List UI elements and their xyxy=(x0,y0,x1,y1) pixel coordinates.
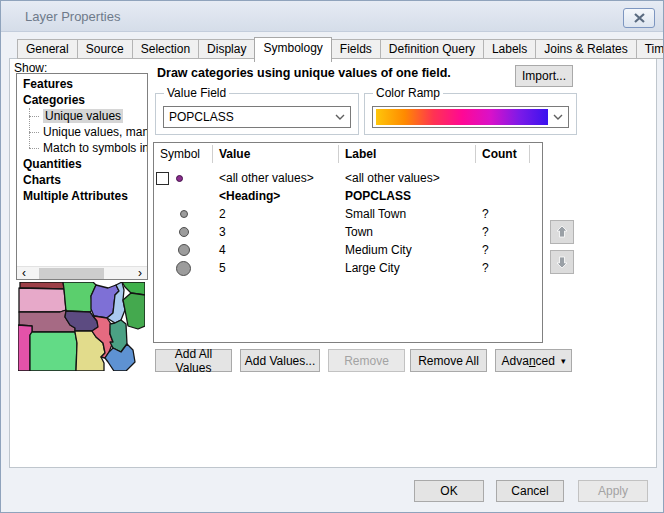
advanced-button[interactable]: Advanced ▾ xyxy=(495,349,572,372)
arrow-up-icon xyxy=(555,225,569,239)
layer-properties-dialog: Layer Properties General Source Selectio… xyxy=(0,0,664,513)
unique-values-table: Symbol Value Label Count <all other valu… xyxy=(153,142,543,343)
ok-button[interactable]: OK xyxy=(414,480,484,502)
show-list-items: Features Categories Unique values Unique… xyxy=(17,76,147,266)
map-region-kansas xyxy=(30,332,77,371)
tab-strip: General Source Selection Display Symbolo… xyxy=(17,38,664,59)
dialog-title: Layer Properties xyxy=(25,9,120,24)
color-ramp-swatch xyxy=(376,109,548,125)
column-header-count[interactable]: Count xyxy=(476,145,530,163)
import-button[interactable]: Import... xyxy=(515,65,573,87)
chevron-down-icon xyxy=(330,114,350,120)
tab-time[interactable]: Time xyxy=(637,39,664,59)
tab-symbology[interactable]: Symbology xyxy=(254,37,331,62)
chevron-down-icon xyxy=(548,114,568,120)
show-list-horizontal-scrollbar[interactable]: ‹ › xyxy=(17,266,147,279)
table-row-heading[interactable]: <Heading> POPCLASS xyxy=(154,187,542,205)
remove-all-button[interactable]: Remove All xyxy=(410,349,487,372)
show-item-quantities[interactable]: Quantities xyxy=(17,156,147,172)
purple-point-symbol-icon[interactable] xyxy=(176,175,183,182)
value-field-selected: POPCLASS xyxy=(164,110,330,124)
table-row-small-town[interactable]: 2 Small Town ? xyxy=(154,205,542,223)
show-listbox: Features Categories Unique values Unique… xyxy=(16,73,148,280)
tab-display[interactable]: Display xyxy=(199,39,255,59)
add-all-values-button[interactable]: Add All Values xyxy=(155,349,232,372)
scroll-left-icon[interactable]: ‹ xyxy=(17,267,31,280)
column-header-value[interactable]: Value xyxy=(213,145,339,163)
tab-definition-query[interactable]: Definition Query xyxy=(381,39,484,59)
scrollbar-thumb[interactable] xyxy=(39,268,104,279)
remove-button[interactable]: Remove xyxy=(328,349,405,372)
add-values-button[interactable]: Add Values... xyxy=(240,349,320,372)
categories-children: Unique values Unique values, many Match … xyxy=(17,108,147,156)
table-row-medium-city[interactable]: 4 Medium City ? xyxy=(154,241,542,259)
table-row-large-city[interactable]: 5 Large City ? xyxy=(154,259,542,277)
gray-point-symbol-icon[interactable] xyxy=(178,244,190,256)
draw-method-description: Draw categories using unique values of o… xyxy=(157,66,451,80)
arrow-down-icon xyxy=(555,255,569,269)
tab-general[interactable]: General xyxy=(17,39,78,59)
color-ramp-group: Color Ramp xyxy=(364,93,577,135)
value-field-group-label: Value Field xyxy=(164,86,229,100)
show-item-features[interactable]: Features xyxy=(17,76,147,92)
show-item-categories[interactable]: Categories xyxy=(17,92,147,108)
gray-point-symbol-icon[interactable] xyxy=(176,261,191,276)
show-item-unique-values-many[interactable]: Unique values, many xyxy=(17,124,147,140)
tab-fields[interactable]: Fields xyxy=(332,39,381,59)
tab-labels[interactable]: Labels xyxy=(484,39,536,59)
map-region-south-dakota xyxy=(19,288,66,312)
show-item-match-symbols[interactable]: Match to symbols in a xyxy=(17,140,147,156)
cancel-button[interactable]: Cancel xyxy=(496,480,564,502)
table-row-town[interactable]: 3 Town ? xyxy=(154,223,542,241)
scroll-right-icon[interactable]: › xyxy=(133,267,147,280)
close-button[interactable] xyxy=(623,8,655,28)
move-up-button[interactable] xyxy=(550,220,574,244)
show-item-multiple-attributes[interactable]: Multiple Attributes xyxy=(17,188,147,204)
tab-selection[interactable]: Selection xyxy=(133,39,199,59)
close-icon xyxy=(634,13,645,23)
column-header-symbol[interactable]: Symbol xyxy=(154,145,213,163)
tab-source[interactable]: Source xyxy=(78,39,133,59)
color-ramp-group-label: Color Ramp xyxy=(373,86,443,100)
table-header: Symbol Value Label Count xyxy=(154,143,542,165)
column-header-label[interactable]: Label xyxy=(339,145,476,163)
all-other-values-checkbox[interactable] xyxy=(156,172,169,185)
value-field-group: Value Field POPCLASS xyxy=(155,93,359,135)
dropdown-caret-icon: ▾ xyxy=(561,356,566,366)
symbology-tab-page: Show: Features Categories Unique values … xyxy=(9,58,657,468)
gray-point-symbol-icon[interactable] xyxy=(179,227,189,237)
value-field-dropdown[interactable]: POPCLASS xyxy=(163,106,351,128)
table-row-all-other-values[interactable]: <all other values> <all other values> xyxy=(154,169,542,187)
show-item-charts[interactable]: Charts xyxy=(17,172,147,188)
scrollbar-track[interactable] xyxy=(31,267,133,280)
table-rows: <all other values> <all other values> <H… xyxy=(154,169,542,277)
move-down-button[interactable] xyxy=(550,250,574,274)
map-preview xyxy=(18,282,145,371)
tab-joins-relates[interactable]: Joins & Relates xyxy=(536,39,636,59)
gray-point-symbol-icon[interactable] xyxy=(180,210,188,218)
color-ramp-dropdown[interactable] xyxy=(372,106,569,128)
show-item-unique-values[interactable]: Unique values xyxy=(17,108,147,124)
title-bar[interactable]: Layer Properties xyxy=(1,1,663,32)
apply-button[interactable]: Apply xyxy=(578,480,648,502)
